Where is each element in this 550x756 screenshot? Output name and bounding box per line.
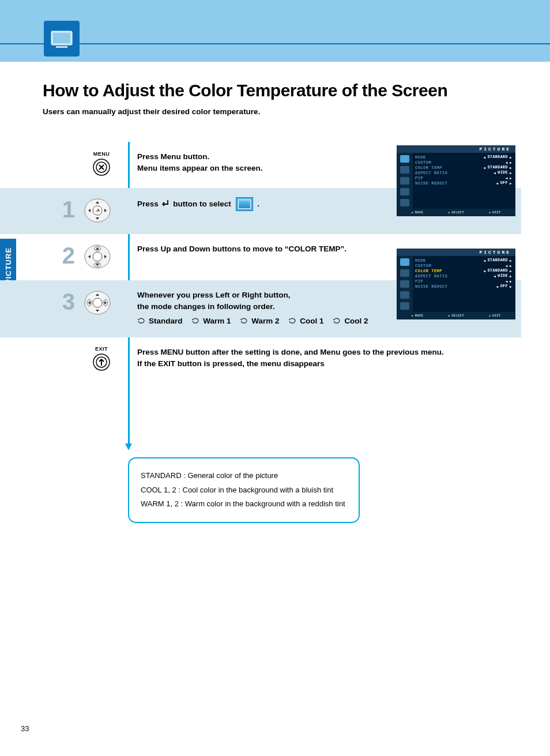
dpad-leftright-icon [84, 288, 111, 316]
osd-icon-column [397, 256, 413, 312]
info-line-1: STANDARD : General color of the picture [141, 469, 347, 483]
step-exit: EXIT Press MENU button after the setting… [0, 337, 521, 383]
step-1-number: 1 [62, 197, 75, 223]
step-2-number: 2 [62, 243, 75, 269]
svg-point-8 [93, 252, 102, 261]
osd-rows: MODESTANDARD CUSTOM COLOR TEMPSTANDARD A… [413, 153, 515, 209]
page-title: How to Adjust the Color Temperature of t… [43, 81, 521, 100]
svg-rect-2 [56, 46, 67, 48]
svg-point-12 [93, 298, 102, 307]
step-1-suffix: button to select [171, 200, 233, 208]
osd-title: PICTURE [397, 145, 515, 153]
top-band [0, 0, 550, 62]
osd-screenshot-1: PICTURE MODESTANDARD CUSTOM COLOR TEMPST… [397, 145, 515, 216]
tv-icon [44, 21, 80, 57]
step-exit-line2: If the EXIT button is pressed, the menu … [137, 358, 498, 370]
page-number: 33 [21, 724, 29, 733]
steps-container: PICTURE MODESTANDARD CUSTOM COLOR TEMPST… [0, 142, 521, 383]
step-exit-line1: Press MENU button after the setting is d… [137, 347, 498, 358]
step-3-number: 3 [62, 289, 75, 315]
osd-screenshot-2: PICTURE MODESTANDARD CUSTOM COLOR TEMPST… [397, 249, 515, 319]
step-menu-line2: Menu items appear on the screen. [137, 163, 389, 174]
svg-rect-1 [53, 33, 70, 43]
menu-label: MENU [93, 151, 110, 157]
exit-label: EXIT [95, 346, 108, 352]
step-1-tail: . [255, 200, 260, 208]
info-box: STANDARD : General color of the picture … [128, 457, 360, 523]
cycle-arrow-icon [137, 318, 145, 325]
screen-icon [236, 197, 253, 211]
exit-button-icon: EXIT [92, 346, 111, 371]
step-1-prefix: Press [137, 200, 161, 208]
mode-cycle: Standard Warm 1 Warm 2 Cool 1 Cool 2 [137, 315, 389, 328]
osd-rows: MODESTANDARD CUSTOM COLOR TEMPSTANDARD A… [413, 256, 515, 312]
step-menu-line1: Press Menu button. [137, 151, 389, 163]
dpad-icon [84, 196, 111, 224]
info-line-2: COOL 1, 2 : Cool color in the background… [141, 483, 347, 498]
info-line-3: WARM 1, 2 : Warm color in the background… [141, 497, 347, 511]
menu-button-icon: MENU [92, 151, 111, 176]
page-subtitle: Users can manually adjust their desired … [43, 107, 521, 116]
enter-icon [161, 198, 171, 210]
step-3-line2: the mode changes in following order. [137, 301, 389, 313]
step-3-line1: Whenever you press Left or Right button, [137, 289, 389, 301]
dpad-updown-icon [84, 242, 111, 270]
osd-title: PICTURE [397, 249, 515, 256]
step-2-text: Press Up and Down buttons to move to “CO… [137, 243, 389, 255]
osd-icon-column [397, 153, 413, 209]
top-rule [0, 43, 550, 44]
svg-point-6 [93, 206, 102, 215]
